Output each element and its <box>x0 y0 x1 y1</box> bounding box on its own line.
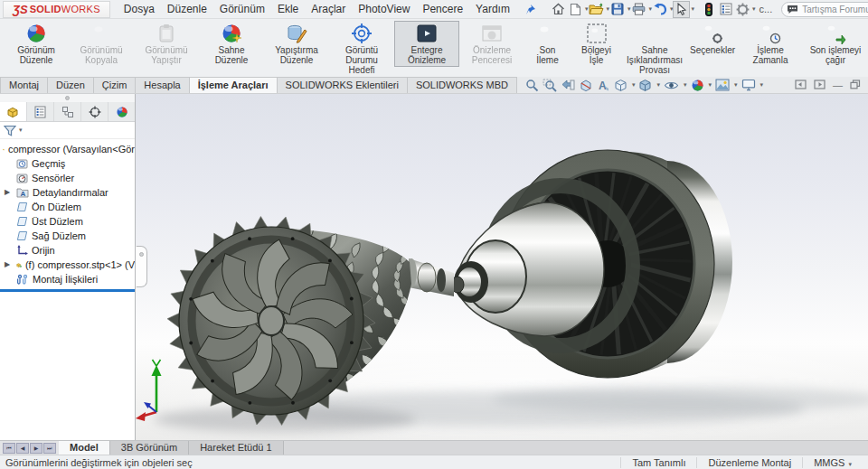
open-document-icon[interactable] <box>588 1 605 18</box>
tab-feature-manager[interactable] <box>0 102 27 121</box>
3d-viewport[interactable] <box>136 94 868 440</box>
pane-right-icon[interactable] <box>814 80 826 91</box>
menu-pencere[interactable]: Pencere <box>416 1 469 18</box>
scroll-last-tab-button[interactable]: ⏭ <box>43 443 56 454</box>
select-tool-caret[interactable]: ▾ <box>691 5 694 13</box>
ribbon-edit-appearance-button[interactable]: Görünüm Düzenle <box>4 21 69 67</box>
expand-arrow[interactable]: ▶ <box>5 260 10 268</box>
tab-display-manager[interactable] <box>108 102 135 121</box>
expand-arrow[interactable]: ▶ <box>5 188 10 196</box>
heads-up-view-toolbar: A ▾ ▾ ▾ ▾ ▾ ▾ <box>525 77 763 93</box>
document-window-buttons: — <box>795 77 868 93</box>
annotation-views-icon[interactable]: A <box>597 79 610 92</box>
view-orientation-caret[interactable]: ▾ <box>656 81 660 89</box>
tab-solidworks-mbd[interactable]: SOLIDWORKS MBD <box>407 77 517 93</box>
tree-item-montaj-iliskileri[interactable]: Montaj İlişkileri <box>0 272 135 286</box>
origin-icon <box>16 245 28 256</box>
ribbon-render-region-button[interactable]: Bölgeyi İşle <box>571 21 622 67</box>
doc-minimize-icon[interactable]: — <box>833 80 843 90</box>
status-bar: Görünümlerini değiştirmek için objeleri … <box>0 455 868 469</box>
doc-restore-icon[interactable] <box>850 80 861 91</box>
home-icon[interactable] <box>550 1 567 18</box>
tab-cizim[interactable]: Çizim <box>93 77 137 93</box>
pane-left-icon[interactable] <box>795 80 807 91</box>
tab-duzen[interactable]: Düzen <box>47 77 94 93</box>
undo-icon[interactable] <box>652 1 669 18</box>
ribbon-scene-illumination-proof-button[interactable]: Sahne Işıklandırması Provası <box>622 21 687 77</box>
status-units[interactable]: MMGS ▾ <box>802 457 863 468</box>
scroll-next-tab-button[interactable]: ▶ <box>30 443 42 454</box>
display-style-icon[interactable] <box>614 79 627 92</box>
ribbon-options-button[interactable]: Seçenekler <box>687 21 738 57</box>
menu-dosya[interactable]: Dosya <box>118 1 161 18</box>
tab-solidworks-eklentileri[interactable]: SOLIDWORKS Eklentileri <box>277 77 408 93</box>
file-properties-icon[interactable] <box>717 1 734 18</box>
tree-item-ust-duzlem[interactable]: Üst Düzlem <box>0 214 135 229</box>
panel-resize-handle[interactable] <box>0 94 135 102</box>
ribbon-schedule-render-button[interactable]: İşleme Zamanla <box>738 21 803 67</box>
section-view-icon[interactable] <box>579 79 593 92</box>
tree-item-sensorler[interactable]: Sensörler <box>0 171 135 185</box>
tab-hesapla[interactable]: Hesapla <box>135 77 189 93</box>
mates-icon <box>16 274 29 286</box>
view-orientation-icon[interactable] <box>638 79 652 92</box>
rebuild-traffic-light-icon[interactable] <box>700 1 717 18</box>
ribbon-recall-last-render-button[interactable]: Son işlemeyi çağır <box>803 21 868 67</box>
filter-funnel-icon[interactable] <box>4 125 16 136</box>
tab-dimxpert-manager[interactable] <box>81 102 108 121</box>
rollback-bar[interactable] <box>0 289 135 292</box>
ribbon-final-render-button[interactable]: Son İleme <box>524 21 571 67</box>
scroll-first-tab-button[interactable]: ⏮ <box>3 443 15 454</box>
menu-duzenle[interactable]: Düzenle <box>161 1 213 18</box>
panel-flyout-handle[interactable] <box>136 246 147 287</box>
tree-item-compressor-part[interactable]: ▶ (f) compressor.stp<1> (V <box>0 258 135 272</box>
community-label[interactable]: c... <box>760 4 773 14</box>
tab-property-manager[interactable] <box>27 102 54 121</box>
menu-gorunum[interactable]: Görünüm <box>213 1 271 18</box>
menu-photoview[interactable]: PhotoView 360 <box>352 1 416 18</box>
view-settings-icon[interactable] <box>741 79 756 91</box>
print-icon[interactable] <box>630 1 647 18</box>
zoom-to-fit-icon[interactable] <box>525 79 539 92</box>
menu-yardim[interactable]: Yardım <box>469 1 516 18</box>
doc-tab-3b-gorunum[interactable]: 3B Görünüm <box>110 441 189 455</box>
ribbon-edit-decal-button[interactable]: Yapıştırma Düzenle <box>264 21 329 67</box>
tab-isleme-araclari[interactable]: İşleme Araçları <box>189 77 278 93</box>
options-gear-icon[interactable] <box>734 1 751 18</box>
new-document-icon[interactable] <box>567 1 584 18</box>
ribbon-integrated-preview-button[interactable]: Entegre Önizleme <box>394 21 459 67</box>
tree-item-on-duzlem[interactable]: Ön Düzlem <box>0 200 135 214</box>
tab-configuration-manager[interactable] <box>54 102 81 121</box>
ribbon-edit-scene-button[interactable]: Sahne Düzenle <box>199 21 264 67</box>
select-tool-icon[interactable] <box>673 1 690 18</box>
hide-show-items-icon[interactable] <box>664 80 679 91</box>
scroll-prev-tab-button[interactable]: ◀ <box>16 443 29 454</box>
tree-item-orijin[interactable]: Orijin <box>0 243 135 258</box>
pin-menu-icon[interactable] <box>522 1 539 18</box>
hide-show-caret[interactable]: ▾ <box>684 81 687 89</box>
feature-tree: compressor (Varsayılan<Gör Geçmiş Sensör… <box>0 139 135 286</box>
history-icon <box>16 158 28 169</box>
tab-montaj[interactable]: Montaj <box>0 77 48 93</box>
appearance-caret[interactable]: ▾ <box>709 81 712 89</box>
tree-item-sag-duzlem[interactable]: Sağ Düzlem <box>0 229 135 243</box>
view-settings-caret[interactable]: ▾ <box>760 81 764 89</box>
menu-araclar[interactable]: Araçlar <box>305 1 352 18</box>
tree-root-assembly[interactable]: compressor (Varsayılan<Gör <box>0 142 135 156</box>
tree-item-gecmis[interactable]: Geçmiş <box>0 156 135 171</box>
options-caret[interactable]: ▾ <box>752 5 756 13</box>
search-box[interactable]: Tartışma Forumunu Ara ▾ <box>781 2 868 17</box>
zoom-to-area-icon[interactable] <box>542 79 557 92</box>
apply-scene-icon[interactable] <box>715 79 730 91</box>
previous-view-icon[interactable] <box>561 79 575 91</box>
ribbon-image-target-button[interactable]: Görüntü Durumu Hedefi <box>329 21 394 77</box>
display-style-caret[interactable]: ▾ <box>632 81 636 89</box>
filter-caret[interactable]: ▾ <box>19 127 23 134</box>
menu-ekle[interactable]: Ekle <box>271 1 305 18</box>
apply-scene-caret[interactable]: ▾ <box>734 81 738 89</box>
tree-item-detaylandirmalar[interactable]: ▶ A Detaylandırmalar <box>0 185 135 200</box>
doc-tab-hareket-etudu[interactable]: Hareket Etüdü 1 <box>189 441 284 455</box>
edit-appearance-hud-icon[interactable] <box>691 79 704 92</box>
doc-tab-model[interactable]: Model <box>59 441 110 455</box>
save-icon[interactable] <box>609 1 627 18</box>
